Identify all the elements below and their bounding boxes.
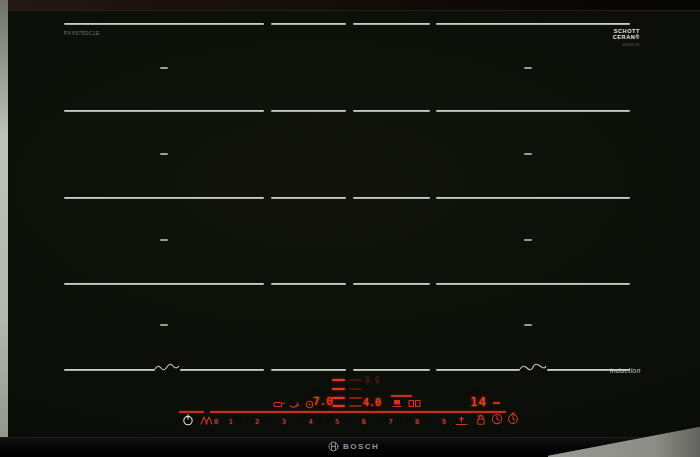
- zone-line: [64, 283, 264, 285]
- zone-segment-bar: [332, 405, 345, 407]
- zone-line: [436, 283, 630, 285]
- zone-line: [436, 369, 520, 371]
- zone-segment-bar: [332, 397, 345, 399]
- slider-line: [210, 411, 506, 413]
- pan-position-mark: [524, 239, 532, 241]
- zone-line: [271, 23, 346, 25]
- zone-line: [436, 197, 630, 199]
- slider-level-8[interactable]: 8: [415, 418, 419, 426]
- pan-position-mark: [160, 239, 168, 241]
- zone-line: [436, 23, 630, 25]
- pan-position-mark: [160, 324, 168, 326]
- slider-dot: ·: [296, 419, 298, 425]
- stopwatch-icon[interactable]: [507, 412, 519, 425]
- zone-line: [180, 369, 264, 371]
- zone-line: [64, 23, 264, 25]
- zone-line: [64, 110, 264, 112]
- zone-line: [271, 110, 346, 112]
- timer-display: 14: [470, 394, 487, 409]
- kitchen-timer-icon[interactable]: [491, 413, 503, 425]
- slider-dot: ·: [323, 419, 325, 425]
- zone-line: [64, 197, 264, 199]
- zone-bottom-power-display: 4.0: [363, 397, 381, 408]
- frying-sensor-icon[interactable]: [392, 399, 402, 408]
- zone-segment-bar: [332, 388, 345, 390]
- slider-level-9[interactable]: 9: [442, 418, 446, 426]
- slider-level-5[interactable]: 5: [335, 418, 339, 426]
- move-pan-icon: [289, 401, 300, 409]
- slider-level-1[interactable]: 1: [228, 418, 232, 426]
- zone-line: [64, 369, 155, 371]
- function-indicator-line: [391, 395, 412, 397]
- zone-segment-bar: [349, 405, 362, 407]
- pan-position-mark: [160, 153, 168, 155]
- slider-level-4[interactable]: 4: [308, 418, 312, 426]
- slider-level-6[interactable]: 6: [362, 418, 366, 426]
- bosch-logo: BOSCH: [328, 441, 379, 452]
- slider-level-7[interactable]: 7: [388, 418, 392, 426]
- pan-position-mark: [160, 67, 168, 69]
- zone-segment-bar: [332, 379, 345, 381]
- zone-line: [271, 197, 346, 199]
- transfer-zone-icon[interactable]: [455, 416, 468, 426]
- slider-level-3[interactable]: 3: [282, 418, 286, 426]
- zone-line: [353, 283, 430, 285]
- pan-position-mark: [524, 67, 532, 69]
- pan-size-marker-icon: [154, 361, 181, 372]
- slider-dot: ·: [270, 419, 272, 425]
- bosch-wordmark: BOSCH: [343, 442, 379, 451]
- selected-power-display: 7.0: [313, 395, 333, 408]
- zone-line: [353, 197, 430, 199]
- zone-line: [353, 110, 430, 112]
- zone-line: [436, 110, 630, 112]
- pan-position-mark: [524, 324, 532, 326]
- child-lock-icon[interactable]: [476, 414, 486, 426]
- model-number-label: PXX975DC1E: [64, 30, 100, 36]
- slider-level-0[interactable]: 0: [214, 418, 218, 426]
- schott-subline: MIRADUR: [598, 42, 640, 48]
- pan-icon: [273, 400, 286, 408]
- glass-surface: [7, 10, 700, 441]
- zone-line: [271, 369, 346, 371]
- power-slider[interactable]: 0 1 · 2 · 3 · 4 · 5 · 6 · 7 · 8 · 9: [214, 417, 446, 426]
- slider-dot: ·: [403, 419, 405, 425]
- zone-line: [353, 369, 430, 371]
- combi-zone-icon[interactable]: [408, 399, 421, 408]
- zone-segment-bar: [349, 379, 362, 381]
- cooktop-photo: PXX975DC1E SCHOTT CERAN® MIRADUR inducti…: [0, 0, 700, 457]
- zone-line: [353, 23, 430, 25]
- pan-position-mark: [524, 153, 532, 155]
- slider-dot: ·: [429, 419, 431, 425]
- slider-dot: ·: [243, 419, 245, 425]
- timer-minus-mark: [493, 402, 500, 404]
- slider-dot: ·: [376, 419, 378, 425]
- zone-segment-bar: [349, 397, 362, 399]
- slider-dot: ·: [350, 419, 352, 425]
- countertop-left-edge: [0, 0, 8, 457]
- pan-size-marker-icon: [519, 361, 548, 372]
- zone-segment-bar: [349, 388, 362, 390]
- zone-top-power-display: 0.0: [365, 376, 379, 385]
- slider-level-2[interactable]: 2: [255, 418, 259, 426]
- wipe-protection-icon[interactable]: [200, 415, 213, 425]
- bosch-anchor-icon: [328, 441, 339, 452]
- slider-line: [179, 411, 204, 413]
- schott-ceran-logo: SCHOTT CERAN® MIRADUR: [598, 28, 640, 48]
- induction-label: induction: [610, 367, 641, 374]
- power-icon[interactable]: [182, 414, 194, 426]
- schott-line2: CERAN®: [613, 34, 640, 40]
- zone-line: [271, 283, 346, 285]
